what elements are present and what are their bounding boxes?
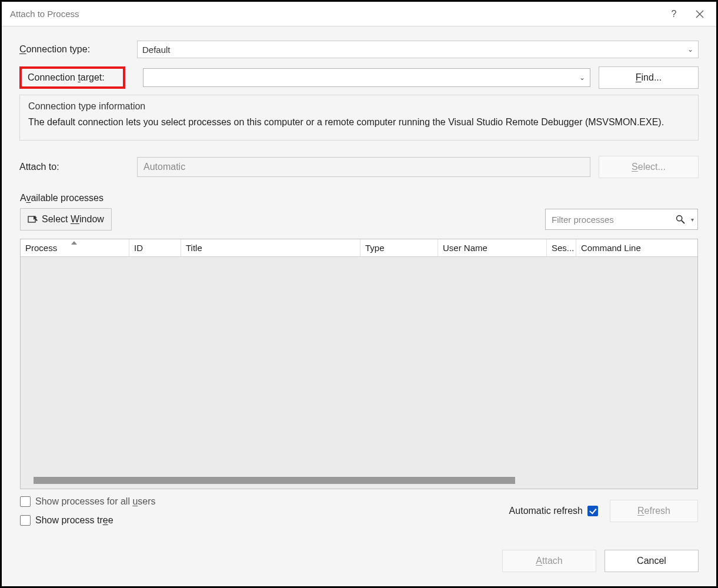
attach-to-label: Attach to:: [19, 162, 137, 172]
help-button[interactable]: ?: [661, 2, 687, 26]
filter-processes-input[interactable]: Filter processes ▾: [545, 209, 698, 230]
dialog-body: Connection type: Default ⌄ Connection ta…: [2, 26, 716, 538]
select-window-icon: [28, 215, 38, 224]
grid-header: Process ID Title Type User Name Ses... C…: [21, 239, 697, 257]
titlebar: Attach to Process ?: [2, 2, 716, 26]
checkbox-icon: [20, 515, 31, 526]
connection-type-dropdown[interactable]: Default ⌄: [137, 41, 699, 58]
connection-info-title: Connection type information: [28, 101, 690, 112]
grid-footer-row: Show processes for all users Show proces…: [20, 496, 698, 526]
attach-button[interactable]: Attach: [502, 550, 596, 572]
column-command-line[interactable]: Command Line: [576, 239, 697, 256]
available-processes-label: Available processes: [20, 193, 698, 203]
close-button[interactable]: [687, 2, 713, 26]
chevron-down-icon: ▾: [691, 216, 694, 223]
refresh-button[interactable]: Refresh: [610, 500, 698, 522]
chevron-down-icon: ⌄: [687, 45, 693, 54]
connection-info-group: Connection type information The default …: [19, 95, 699, 141]
connection-target-dropdown[interactable]: ⌄: [143, 68, 590, 87]
process-toolbar: Select Window Filter processes ▾: [20, 208, 698, 230]
connection-target-row: Connection target: ⌄ Find...: [19, 66, 699, 89]
column-session[interactable]: Ses...: [547, 239, 576, 256]
connection-type-row: Connection type: Default ⌄: [19, 41, 699, 58]
automatic-refresh-checkbox[interactable]: Automatic refresh: [509, 506, 598, 516]
cancel-button[interactable]: Cancel: [605, 550, 699, 572]
column-user-name[interactable]: User Name: [438, 239, 547, 256]
connection-type-value: Default: [142, 45, 171, 55]
grid-body: [21, 257, 697, 489]
column-title[interactable]: Title: [181, 239, 360, 256]
dialog-footer: Attach Cancel: [2, 538, 716, 586]
column-id[interactable]: ID: [129, 239, 181, 256]
attach-to-process-dialog: Attach to Process ? Connection type: Def…: [0, 0, 718, 588]
connection-info-text: The default connection lets you select p…: [28, 115, 690, 129]
checkbox-icon: [20, 496, 31, 507]
search-icon: [676, 215, 685, 224]
show-all-users-checkbox[interactable]: Show processes for all users: [20, 496, 156, 507]
attach-to-row: Attach to: Automatic Select...: [19, 156, 699, 178]
chevron-down-icon: ⌄: [579, 74, 585, 82]
close-icon: [696, 10, 704, 18]
process-grid[interactable]: Process ID Title Type User Name Ses... C…: [20, 239, 698, 489]
select-window-button[interactable]: Select Window: [20, 208, 112, 230]
attach-to-field: Automatic: [137, 157, 590, 177]
svg-line-2: [682, 220, 684, 223]
select-button[interactable]: Select...: [599, 156, 699, 178]
find-button[interactable]: Find...: [599, 66, 699, 89]
attach-to-value: Automatic: [143, 162, 185, 172]
window-title: Attach to Process: [10, 9, 79, 19]
connection-type-label: Connection type:: [19, 44, 137, 55]
checkbox-checked-icon: [587, 506, 598, 516]
horizontal-scrollbar[interactable]: [34, 477, 515, 484]
show-process-tree-checkbox[interactable]: Show process tree: [20, 515, 156, 526]
filter-placeholder: Filter processes: [552, 215, 614, 225]
column-process[interactable]: Process: [21, 239, 129, 256]
available-processes-section: Available processes Select Window Filter…: [19, 192, 699, 526]
column-type[interactable]: Type: [360, 239, 438, 256]
svg-point-1: [677, 216, 682, 221]
connection-target-label: Connection target:: [19, 66, 125, 89]
